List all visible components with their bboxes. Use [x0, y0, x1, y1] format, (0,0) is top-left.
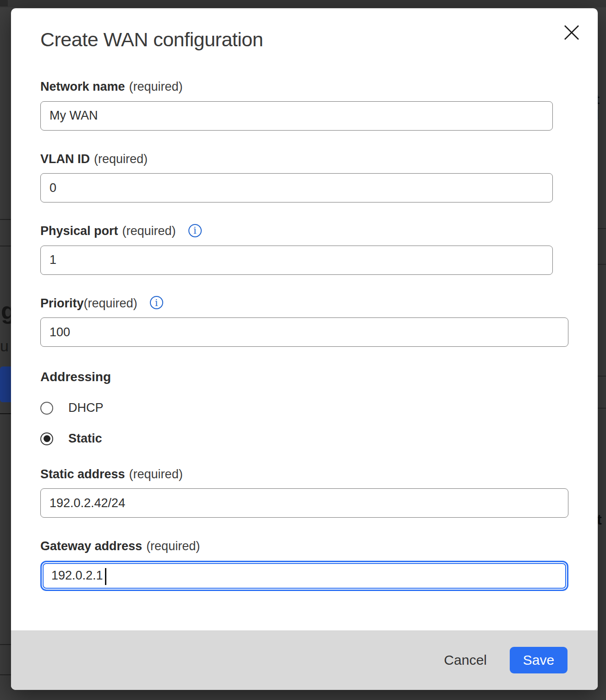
field-label-text: Physical port — [40, 224, 118, 238]
static-address-label: Static address (required) — [40, 467, 568, 481]
radio-unselected-icon[interactable] — [40, 402, 53, 415]
gateway-address-label: Gateway address (required) — [40, 539, 568, 553]
vlan-id-field-group: VLAN ID (required) — [40, 152, 568, 202]
field-label-text: Network name — [40, 79, 125, 94]
radio-option-dhcp[interactable]: DHCP — [40, 401, 568, 415]
field-label-text: Priority — [40, 296, 84, 311]
priority-input[interactable] — [40, 317, 568, 347]
info-icon[interactable]: i — [188, 224, 202, 237]
radio-dot — [44, 435, 50, 442]
field-label-text: Gateway address — [40, 539, 142, 553]
dialog-title: Create WAN configuration — [40, 28, 568, 51]
radio-label-static: Static — [68, 432, 102, 446]
required-marker: (required) — [94, 152, 148, 166]
static-address-input[interactable] — [40, 488, 568, 518]
vlan-id-input[interactable] — [40, 173, 553, 202]
network-name-label: Network name (required) — [40, 79, 568, 94]
vlan-id-label: VLAN ID (required) — [40, 152, 568, 166]
gateway-address-field-group: Gateway address (required) — [40, 539, 568, 591]
required-marker: (required) — [84, 296, 138, 311]
priority-label: Priority (required) i — [40, 296, 568, 311]
background-overlay-band — [0, 0, 606, 7]
create-wan-configuration-dialog: Create WAN configuration Network name (r… — [11, 8, 598, 690]
radio-selected-icon[interactable] — [40, 432, 53, 445]
text-cursor — [105, 568, 106, 585]
gateway-address-input[interactable] — [43, 563, 566, 589]
field-label-text: VLAN ID — [40, 152, 90, 166]
required-marker: (required) — [122, 224, 176, 238]
radio-label-dhcp: DHCP — [68, 401, 104, 415]
priority-field-group: Priority (required) i — [40, 296, 568, 347]
background-overlay-patch — [0, 0, 8, 6]
required-marker: (required) — [129, 467, 183, 481]
required-marker: (required) — [146, 539, 200, 553]
info-icon[interactable]: i — [150, 296, 163, 309]
network-name-field-group: Network name (required) — [40, 79, 568, 130]
field-label-text: Static address — [40, 467, 125, 481]
gateway-address-focus-ring — [40, 561, 568, 591]
dialog-footer: Cancel Save — [11, 630, 598, 690]
cancel-button[interactable]: Cancel — [444, 648, 487, 673]
physical-port-label: Physical port (required) i — [40, 224, 568, 238]
save-button[interactable]: Save — [510, 647, 567, 673]
physical-port-field-group: Physical port (required) i — [40, 224, 568, 274]
addressing-heading: Addressing — [40, 370, 568, 384]
radio-option-static[interactable]: Static — [40, 432, 568, 446]
required-marker: (required) — [129, 79, 183, 94]
static-address-field-group: Static address (required) — [40, 467, 568, 518]
network-name-input[interactable] — [40, 101, 553, 131]
physical-port-input[interactable] — [40, 246, 553, 275]
background-text-fragment: u — [0, 337, 9, 355]
